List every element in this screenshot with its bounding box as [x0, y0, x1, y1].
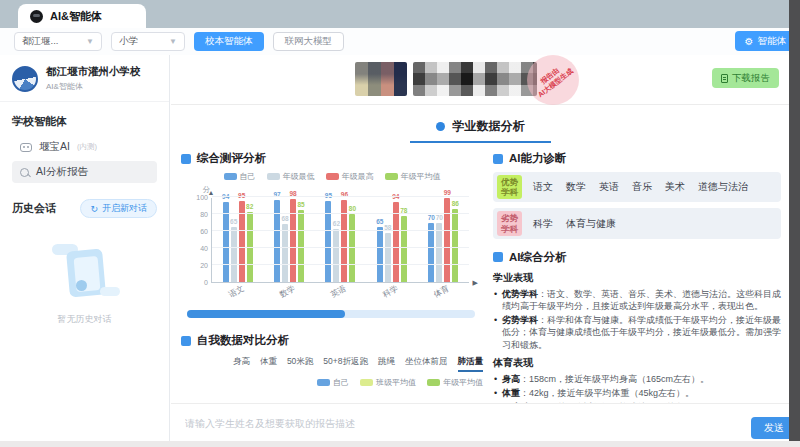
- ai-generated-stamp: 报告由AI大模型生成: [527, 55, 579, 105]
- app-logo-icon: [30, 10, 43, 23]
- cloud-icon: [100, 287, 120, 296]
- new-chat-button[interactable]: ↻ 开启新对话: [80, 199, 157, 218]
- x-axis-label: 英语: [329, 283, 348, 300]
- bar-value-label: 70: [436, 214, 443, 221]
- y-axis-tick: 40: [200, 245, 208, 252]
- self-compare-legend: 自己班级平均值年级平均值: [181, 377, 483, 388]
- section-school-agents: 学校智能体: [12, 114, 157, 129]
- bar-value-label: 80: [349, 205, 356, 212]
- subject-tag: 体育与健康: [566, 217, 616, 231]
- analysis-bullet: 身高：158cm，接近年级平均身高（165cm左右）。: [493, 373, 781, 385]
- y-axis-tick: 20: [200, 262, 208, 269]
- self-tab-50米跑[interactable]: 50米跑: [287, 356, 313, 372]
- sidebar-item-ai-report[interactable]: AI分析报告: [12, 161, 157, 183]
- legend-item[interactable]: 班级平均值: [360, 377, 416, 388]
- chevron-down-icon: ▼: [169, 37, 177, 46]
- y-axis-tick: 60: [200, 228, 208, 235]
- bar-value-label: 99: [444, 189, 451, 196]
- sidebar: 都江堰市灌州小学校 AI&智能体 学校智能体 堰宝AI(内测)AI分析报告 历史…: [0, 55, 170, 441]
- self-tab-50+8折返跑[interactable]: 50+8折返跑: [323, 356, 368, 372]
- school-agent-button[interactable]: 校本智能体: [194, 32, 264, 51]
- score-section-title: 综合测评分析: [181, 151, 483, 166]
- sidebar-item-label: 堰宝AI: [39, 140, 70, 154]
- self-tab-坐位体前屈[interactable]: 坐位体前屈: [405, 356, 448, 372]
- level-select[interactable]: 小学 ▼: [111, 32, 185, 51]
- section-marker-icon: [493, 252, 503, 262]
- x-axis-label: 体育: [432, 283, 451, 300]
- bar-group-语文: 94659582语文: [223, 198, 253, 282]
- gridline: [212, 213, 469, 214]
- analysis-bullet: 劣势学科：科学和体育与健康。科学成绩低于年级平均分，接近年级最低分；体育与健康成…: [493, 314, 781, 351]
- bar-group-英语: 95629680英语: [325, 198, 355, 282]
- weak-badge: 劣势学科: [497, 211, 522, 235]
- legend-item[interactable]: 年级最高: [326, 171, 374, 182]
- self-tab-跳绳[interactable]: 跳绳: [378, 356, 395, 372]
- tab-title: AI&智能体: [50, 9, 102, 24]
- legend-item[interactable]: 年级平均值: [427, 377, 483, 388]
- analysis-bullet: 体重：42kg，接近年级平均体重（45kg左右）。: [493, 387, 781, 399]
- diagnosis-row: 优势学科语文数学英语音乐美术道德与法治: [493, 172, 781, 202]
- bar: 97: [274, 198, 280, 282]
- bar-value-label: 65: [376, 218, 383, 225]
- sidebar-item-agent[interactable]: 堰宝AI(内测): [12, 136, 157, 158]
- bar: 58: [385, 198, 391, 282]
- chat-input[interactable]: [185, 410, 615, 436]
- legend-item[interactable]: 自己: [224, 171, 256, 182]
- school-subtitle: AI&智能体: [46, 81, 141, 92]
- bar-value-label: 65: [230, 218, 237, 225]
- school-logo: [12, 66, 38, 92]
- tab-dot-icon: [436, 122, 445, 131]
- x-axis-arrow-icon: ▶: [473, 279, 478, 287]
- bar: 94: [393, 198, 399, 282]
- chart-scrollbar-thumb[interactable]: [187, 310, 345, 318]
- bar-value-label: 62: [333, 220, 340, 227]
- subject-tag: 美术: [665, 180, 685, 194]
- score-chart: 分 ▲ ▶ 94659582语文97689885数学95629680英语6558…: [211, 198, 469, 283]
- bar: 70: [428, 198, 434, 282]
- school-header: 都江堰市灌州小学校 AI&智能体: [0, 55, 169, 102]
- sidebar-item-label: AI分析报告: [36, 165, 88, 179]
- robot-icon: [20, 143, 32, 152]
- bar: 82: [247, 198, 253, 282]
- y-axis-tick: 100: [196, 194, 208, 201]
- bar-value-label: 68: [281, 215, 288, 222]
- y-axis-arrow-icon: ▲: [208, 189, 215, 196]
- school-name: 都江堰市灌州小学校: [46, 65, 141, 79]
- bar: 95: [239, 198, 245, 282]
- sports-performance-header: 体育表现: [493, 356, 781, 370]
- score-analysis-section: 综合测评分析 自己年级最低年级最高年级平均值 分 ▲ ▶ 94659582语文9…: [181, 151, 483, 388]
- legend-item[interactable]: 自己: [317, 377, 349, 388]
- online-model-button[interactable]: 联网大模型: [273, 32, 345, 51]
- legend-item[interactable]: 年级最低: [267, 171, 315, 182]
- section-marker-icon: [493, 154, 503, 164]
- self-tab-体重[interactable]: 体重: [260, 356, 277, 372]
- report-header: 报告由AI大模型生成 下载报告: [171, 55, 789, 105]
- legend-swatch: [360, 379, 373, 386]
- section-marker-icon: [181, 336, 191, 346]
- bar-value-label: 82: [246, 203, 253, 210]
- bar: 65: [231, 198, 237, 282]
- empty-history-text: 暂无历史对话: [12, 313, 157, 326]
- chart-scrollbar[interactable]: [187, 310, 475, 318]
- legend-swatch: [385, 173, 398, 180]
- sidebar-item-suffix: (内测): [77, 142, 97, 152]
- region-select[interactable]: 都江堰... ▼: [14, 32, 102, 51]
- download-report-button[interactable]: 下载报告: [712, 68, 779, 88]
- pixelated-student-photo: [355, 62, 407, 96]
- gridline: [212, 264, 469, 265]
- gridline: [212, 230, 469, 231]
- main-panel: 报告由AI大模型生成 下载报告 学业数据分析 综合测评分析 自己年级最低年级最高…: [171, 55, 789, 441]
- browser-tab[interactable]: AI&智能体: [18, 4, 146, 28]
- bar-value-label: 70: [428, 214, 435, 221]
- history-empty-state: 暂无历史对话: [12, 242, 157, 326]
- bar-group-科学: 65589478科学: [377, 198, 407, 282]
- gridline: [212, 247, 469, 248]
- self-tab-身高[interactable]: 身高: [233, 356, 250, 372]
- chevron-down-icon: ▼: [86, 37, 94, 46]
- self-tab-肺活量[interactable]: 肺活量: [458, 356, 484, 372]
- tab-academic-data-analysis[interactable]: 学业数据分析: [410, 118, 551, 143]
- legend-item[interactable]: 年级平均值: [385, 171, 441, 182]
- section-history: 历史会话: [12, 201, 56, 216]
- academic-performance-header: 学业表现: [493, 271, 781, 285]
- subject-tag: 数学: [566, 180, 586, 194]
